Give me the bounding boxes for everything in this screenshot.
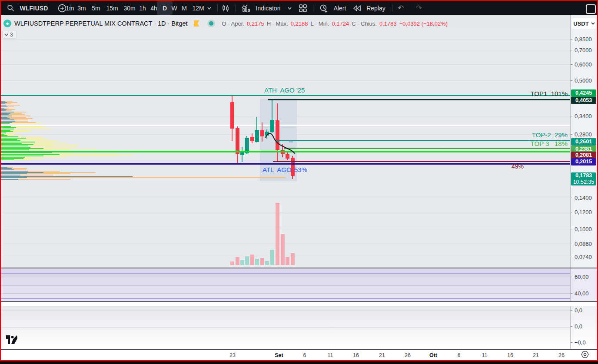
legend-collapsed-chip[interactable]: 3 (2, 31, 17, 39)
price-level-line[interactable] (1, 151, 570, 152)
time-tick-label: 11 (328, 352, 333, 358)
current-price-badge: 0,178310:52:35 (571, 172, 596, 185)
volume-profile-bar (1, 176, 133, 177)
current-price-line[interactable] (1, 175, 570, 176)
gridline (1, 116, 570, 116)
chart-annotation[interactable]: 53% (294, 166, 307, 173)
volume-bar (276, 203, 279, 265)
volume-profile-bar (1, 121, 15, 122)
time-tick-label: Set (275, 352, 283, 358)
timeframes-chevron-icon[interactable] (205, 1, 213, 15)
timeframe-M[interactable]: M (176, 1, 192, 15)
volume-profile-bar (1, 101, 5, 102)
volume-profile-bar (1, 159, 14, 160)
volume-profile-bar (1, 142, 35, 142)
volume-profile-bar (1, 122, 12, 123)
price-tick (571, 116, 572, 116)
chart-annotation[interactable]: TOP 3 18% (531, 140, 568, 147)
currency-selector[interactable]: USDT (572, 18, 596, 29)
time-tick-label: Ott (429, 352, 437, 358)
pane-separator[interactable] (1, 301, 597, 302)
price-level-line[interactable] (276, 140, 570, 141)
scale-settings-icon[interactable] (581, 351, 589, 358)
gridline (1, 50, 570, 50)
time-scale[interactable]: 23Set611162126Ott611162126 (1, 349, 597, 361)
time-tick-label: 23 (229, 352, 236, 358)
chart-annotation[interactable]: TOP1 101% (530, 90, 568, 97)
volume-profile-bar (1, 132, 6, 133)
chart-annotation[interactable]: ATH AGO '25 (264, 87, 305, 93)
gridline (1, 293, 570, 294)
price-tick (571, 326, 572, 327)
price-level-line[interactable] (1, 95, 570, 96)
volume-bar (291, 253, 295, 265)
indicators-button[interactable]: Indicatori (253, 1, 283, 15)
volume-profile-bar (1, 156, 43, 156)
price-level-line[interactable] (1, 163, 570, 165)
price-tick (571, 198, 572, 198)
price-level-line[interactable] (1, 125, 570, 126)
redo-icon[interactable]: ↷ (414, 1, 424, 15)
time-tick-label: 16 (507, 352, 513, 358)
time-tick-label: 11 (482, 352, 488, 358)
flag-icon[interactable] (194, 20, 199, 26)
gridline (1, 80, 570, 81)
chart-annotation[interactable]: 49% (512, 163, 524, 169)
timeframe-3m[interactable]: 3m (74, 1, 90, 15)
fullscreen-icon[interactable] (586, 4, 596, 14)
candle (255, 130, 259, 142)
symbol-search-box[interactable]: WLFIUSD (17, 1, 51, 15)
price-tick (571, 257, 572, 257)
gridline (1, 285, 570, 286)
timeframe-15m[interactable]: 15m (104, 1, 120, 15)
timeframe-5m[interactable]: 5m (88, 1, 104, 15)
alert-button[interactable]: Alert (330, 1, 349, 15)
symbol-title[interactable]: WLFIUSDTPERP PERPETUAL MIX CONTRACT · 1D… (14, 20, 188, 27)
layout-grid-icon[interactable] (297, 1, 309, 15)
volume-profile-bar (1, 148, 43, 149)
pane-separator[interactable] (1, 268, 597, 268)
chart-annotation[interactable]: TOP-2 29% (532, 132, 568, 138)
volume-profile-bar (1, 131, 13, 132)
market-status-dot[interactable] (209, 21, 213, 26)
alert-clock-icon[interactable] (318, 1, 329, 15)
chart-annotation[interactable]: ATL AGO (262, 166, 292, 173)
price-level-line[interactable] (284, 148, 570, 149)
search-icon[interactable] (5, 1, 16, 15)
timeframe-12M[interactable]: 12M (190, 1, 206, 15)
volume-profile-bar (1, 138, 26, 139)
replay-button[interactable]: Replay (363, 1, 389, 15)
price-tick-label: 0,6000 (575, 61, 592, 68)
volume-profile-bar (1, 144, 33, 145)
price-tick (571, 342, 572, 343)
price-level-line[interactable] (268, 99, 570, 100)
price-tick (571, 64, 572, 65)
tradingview-logo[interactable] (6, 334, 17, 345)
pane-separator[interactable] (1, 306, 597, 306)
volume-profile-bar (1, 134, 4, 135)
volume-bar (245, 256, 249, 265)
change-value: −0,0392 (−18,02%) (399, 20, 448, 27)
ohlc-high-value: 0,2188 (291, 20, 308, 27)
candle-style-icon[interactable] (220, 1, 231, 15)
drawing-anchor-dash (289, 141, 293, 142)
indicators-icon[interactable] (241, 1, 252, 15)
gridline (1, 212, 570, 212)
volume-profile-bar (1, 102, 7, 103)
price-level-badge: 0,2081 (571, 152, 596, 159)
candle (260, 130, 264, 136)
replay-icon[interactable] (352, 1, 362, 15)
bar-countdown: 10:52:35 (573, 179, 595, 185)
time-tick-label: 21 (533, 352, 539, 358)
volume-profile-bar (1, 179, 18, 180)
volume-profile-bar (1, 171, 28, 172)
volume-profile-bar (1, 110, 6, 111)
undo-icon[interactable]: ↶ (395, 1, 406, 15)
price-tick-label: 0,0 (575, 323, 582, 330)
chart-canvas[interactable]: ATH AGO '25TOP1 101%TOP-2 29%TOP 3 18%AT… (0, 0, 598, 364)
volume-profile-bar (1, 147, 30, 148)
price-level-line[interactable] (273, 161, 570, 162)
indicators-chevron-icon[interactable] (286, 1, 293, 15)
price-tick-label: 0,0740 (575, 254, 592, 260)
volume-profile-bar (1, 116, 12, 116)
